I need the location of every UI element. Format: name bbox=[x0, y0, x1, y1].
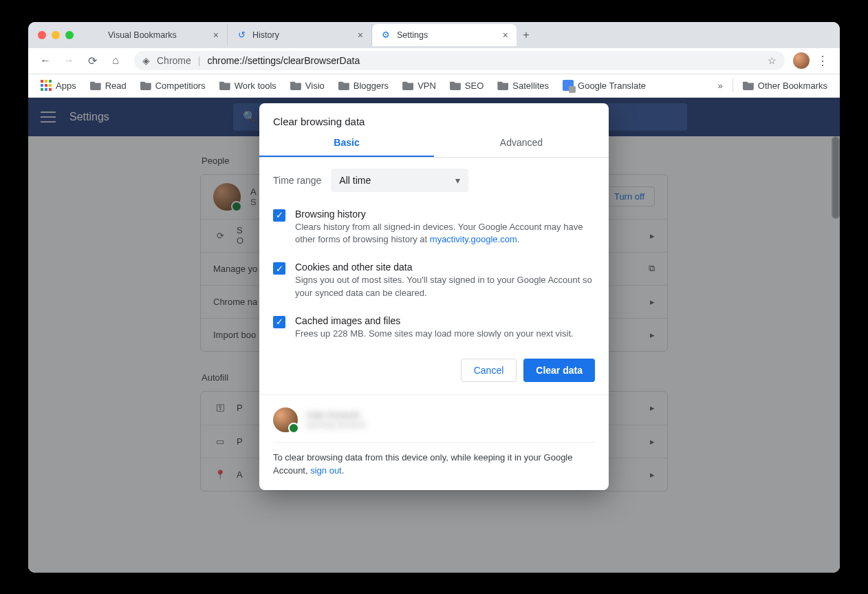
apps-label: Apps bbox=[56, 81, 76, 91]
bookmark-translate[interactable]: Google Translate bbox=[557, 77, 651, 94]
bookmark-folder-read[interactable]: Read bbox=[85, 78, 132, 94]
chevron-down-icon: ▾ bbox=[455, 175, 460, 186]
window-controls bbox=[38, 31, 74, 39]
bookmark-folder-satellites[interactable]: Satellites bbox=[492, 78, 554, 94]
browser-window: Visual Bookmarks × ↺ History × ⚙ Setting… bbox=[28, 22, 840, 573]
bookmark-folder-competitors[interactable]: Competitiors bbox=[135, 78, 211, 94]
bookmark-folder-worktools[interactable]: Work tools bbox=[214, 78, 282, 94]
tab-title: Settings bbox=[397, 30, 428, 40]
tab-title: History bbox=[252, 30, 279, 40]
tab-strip: Visual Bookmarks × ↺ History × ⚙ Setting… bbox=[28, 22, 840, 48]
option-cookies: ✓ Cookies and other site data Signs you … bbox=[273, 256, 595, 310]
checkbox-browsing-history[interactable]: ✓ bbox=[273, 209, 285, 222]
settings-page: Settings 🔍 Search settings People A S Tu… bbox=[28, 98, 840, 573]
account-sub: syncing account bbox=[306, 420, 365, 429]
forward-button[interactable]: → bbox=[58, 50, 79, 71]
menu-button[interactable]: ⋮ bbox=[812, 53, 833, 68]
history-icon: ↺ bbox=[236, 30, 247, 41]
dialog-tabs: Basic Advanced bbox=[259, 129, 609, 158]
maximize-window-button[interactable] bbox=[65, 31, 74, 39]
folder-icon bbox=[140, 81, 151, 90]
option-title: Cookies and other site data bbox=[295, 262, 595, 273]
profile-avatar[interactable] bbox=[793, 52, 810, 69]
folder-icon bbox=[402, 81, 413, 90]
tab-basic[interactable]: Basic bbox=[259, 129, 434, 157]
bookmark-folder-visio[interactable]: Visio bbox=[285, 78, 330, 94]
tab-settings[interactable]: ⚙ Settings × bbox=[372, 24, 517, 46]
option-title: Browsing history bbox=[295, 209, 595, 220]
sync-badge-icon bbox=[288, 423, 299, 434]
avatar bbox=[273, 407, 298, 432]
cancel-button[interactable]: Cancel bbox=[461, 359, 517, 382]
close-window-button[interactable] bbox=[38, 31, 46, 39]
option-desc: Clears history from all signed-in device… bbox=[295, 221, 595, 247]
folder-icon bbox=[219, 81, 230, 90]
site-info-icon[interactable]: ◈ bbox=[142, 55, 150, 66]
tab-title: Visual Bookmarks bbox=[108, 30, 177, 40]
reload-button[interactable]: ⟳ bbox=[82, 50, 102, 71]
dialog-footer: User Account syncing account To clear br… bbox=[259, 394, 609, 490]
close-tab-icon[interactable]: × bbox=[503, 30, 508, 41]
dialog-title: Clear browsing data bbox=[259, 103, 609, 129]
close-tab-icon[interactable]: × bbox=[213, 30, 219, 41]
apps-icon bbox=[41, 80, 52, 91]
option-title: Cached images and files bbox=[295, 315, 574, 326]
signout-note: To clear browsing data from this device … bbox=[273, 443, 595, 478]
sign-out-link[interactable]: sign out bbox=[310, 465, 342, 476]
new-tab-button[interactable]: + bbox=[517, 25, 536, 45]
option-cache: ✓ Cached images and files Frees up 228 M… bbox=[273, 310, 595, 350]
clear-data-button[interactable]: Clear data bbox=[523, 359, 595, 382]
folder-icon bbox=[497, 81, 508, 90]
folder-icon bbox=[450, 81, 461, 90]
folder-icon bbox=[290, 81, 301, 90]
toolbar: ← → ⟳ ⌂ ◈ Chrome | chrome://settings/cle… bbox=[28, 48, 840, 74]
bookmarks-overflow[interactable]: » bbox=[713, 81, 728, 91]
folder-icon bbox=[338, 81, 349, 90]
url-text: chrome://settings/clearBrowserData bbox=[207, 55, 360, 66]
close-tab-icon[interactable]: × bbox=[358, 30, 363, 41]
minimize-window-button[interactable] bbox=[52, 31, 60, 39]
dialog-actions: Cancel Clear data bbox=[259, 353, 609, 394]
option-browsing-history: ✓ Browsing history Clears history from a… bbox=[273, 203, 595, 257]
time-range-value: All time bbox=[339, 175, 371, 186]
folder-icon bbox=[90, 81, 101, 90]
home-button[interactable]: ⌂ bbox=[105, 50, 126, 71]
time-range-label: Time range bbox=[273, 175, 321, 186]
tab-visual-bookmarks[interactable]: Visual Bookmarks × bbox=[83, 24, 228, 46]
folder-icon bbox=[743, 81, 754, 90]
tab-history[interactable]: ↺ History × bbox=[228, 24, 372, 46]
apps-shortcut[interactable]: Apps bbox=[35, 77, 82, 94]
other-bookmarks[interactable]: Other Bookmarks bbox=[737, 78, 833, 94]
dialog-body: Time range All time ▾ ✓ Browsing history… bbox=[259, 158, 609, 353]
gear-icon: ⚙ bbox=[380, 30, 391, 41]
myactivity-link[interactable]: myactivity.google.com bbox=[430, 234, 517, 244]
time-range-select[interactable]: All time ▾ bbox=[331, 169, 468, 192]
url-prefix: Chrome bbox=[157, 55, 191, 66]
bookmarks-bar: Apps Read Competitiors Work tools Visio … bbox=[28, 74, 840, 98]
back-button[interactable]: ← bbox=[35, 50, 56, 71]
account-name: User Account bbox=[306, 410, 365, 420]
address-bar[interactable]: ◈ Chrome | chrome://settings/clearBrowse… bbox=[134, 51, 785, 70]
tab-advanced[interactable]: Advanced bbox=[434, 129, 609, 157]
clear-browsing-data-dialog: Clear browsing data Basic Advanced Time … bbox=[259, 103, 609, 490]
separator bbox=[733, 78, 733, 92]
globe-icon bbox=[91, 30, 102, 41]
bookmark-folder-bloggers[interactable]: Bloggers bbox=[333, 78, 394, 94]
checkbox-cache[interactable]: ✓ bbox=[273, 316, 285, 328]
bookmark-folder-seo[interactable]: SEO bbox=[444, 78, 489, 94]
checkbox-cookies[interactable]: ✓ bbox=[273, 262, 285, 275]
bookmark-star-icon[interactable]: ☆ bbox=[768, 55, 777, 66]
option-desc: Frees up 228 MB. Some sites may load mor… bbox=[295, 328, 574, 341]
account-row: User Account syncing account bbox=[273, 405, 595, 443]
option-desc: Signs you out of most sites. You'll stay… bbox=[295, 274, 595, 300]
bookmark-folder-vpn[interactable]: VPN bbox=[397, 78, 442, 94]
translate-icon bbox=[563, 80, 574, 91]
